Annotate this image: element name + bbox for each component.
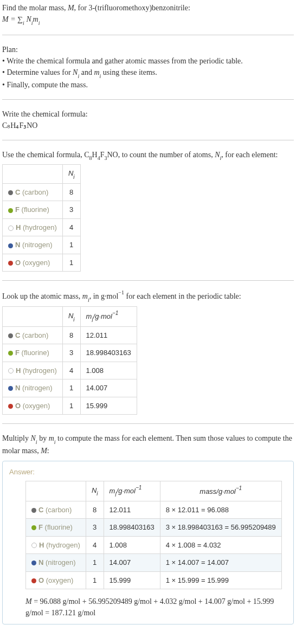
answer-box: Answer: Ni mi/g·mol−1 mass/g·mol−1 C (ca… bbox=[2, 461, 294, 624]
dot-fluorine-icon bbox=[8, 208, 13, 213]
col-empty bbox=[26, 481, 86, 501]
table-row: H (hydrogen)41.008 bbox=[3, 362, 137, 379]
sym: H bbox=[39, 541, 44, 549]
divider bbox=[2, 140, 294, 140]
col-ni: Ni bbox=[86, 481, 104, 501]
formula-header: Write the chemical formula: bbox=[2, 108, 294, 120]
dot-carbon-icon bbox=[8, 190, 13, 195]
mass: mass/g·mol bbox=[200, 487, 235, 495]
table-row: H (hydrogen)4 bbox=[3, 218, 81, 236]
dot-nitrogen-icon bbox=[8, 386, 13, 391]
plan-b2-pre: • Determine values for bbox=[2, 68, 73, 76]
dot-fluorine-icon bbox=[31, 525, 36, 530]
plan-header: Plan: bbox=[2, 44, 294, 55]
calc: 3 × 18.998403163 = 56.995209489 bbox=[160, 519, 281, 537]
elem-f: F (fluorine) bbox=[26, 519, 86, 537]
name: (oxygen) bbox=[21, 259, 50, 267]
m: 18.998403163 bbox=[104, 519, 160, 537]
table-row: N (nitrogen)114.0071 × 14.007 = 14.007 bbox=[26, 554, 282, 572]
nis: i bbox=[96, 491, 98, 497]
unit: /g·mol bbox=[117, 487, 136, 495]
mi: m bbox=[86, 312, 92, 320]
elem-n: N (nitrogen) bbox=[3, 236, 63, 254]
sym: H bbox=[16, 223, 21, 231]
ch-8: 8 bbox=[89, 155, 92, 161]
m: 15.999 bbox=[104, 571, 160, 589]
mul-M: M bbox=[41, 447, 47, 455]
n: 8 bbox=[86, 501, 104, 519]
name: (carbon) bbox=[20, 331, 48, 339]
calc: 1 × 15.999 = 15.999 bbox=[160, 571, 281, 589]
col-ni: Ni bbox=[62, 306, 80, 326]
exp: −1 bbox=[136, 485, 141, 491]
count-header: Use the chemical formula, C8H4F3NO, to c… bbox=[2, 149, 294, 162]
elem-h: H (hydrogen) bbox=[3, 362, 63, 379]
mul-b: by bbox=[37, 434, 49, 442]
count-section: Use the chemical formula, C8H4F3NO, to c… bbox=[2, 149, 294, 272]
table-row: O (oxygen)115.9991 × 15.999 = 15.999 bbox=[26, 571, 282, 589]
table-row: H (hydrogen)41.0084 × 1.008 = 4.032 bbox=[26, 536, 282, 554]
m: 14.007 bbox=[80, 379, 137, 397]
mh-mis: i bbox=[88, 297, 89, 303]
var-M: M bbox=[68, 4, 74, 12]
dot-hydrogen-icon bbox=[8, 226, 14, 231]
eq-sum: = ∑ bbox=[9, 15, 23, 23]
eq-sum-sub: i bbox=[23, 20, 24, 26]
ch-Ni: N bbox=[215, 151, 220, 159]
table-row: F (fluorine)318.9984031633 × 18.99840316… bbox=[26, 519, 282, 537]
name: (carbon) bbox=[20, 188, 48, 196]
name: (hydrogen) bbox=[44, 541, 80, 549]
mh-end: for each element in the periodic table: bbox=[124, 292, 241, 300]
n: 1 bbox=[62, 254, 80, 272]
name: (nitrogen) bbox=[20, 241, 52, 249]
plan-b2-end: using these items. bbox=[101, 68, 157, 76]
name: (nitrogen) bbox=[43, 558, 75, 566]
n: 3 bbox=[62, 344, 80, 362]
elem-c: C (carbon) bbox=[3, 183, 63, 201]
name: (oxygen) bbox=[21, 402, 50, 410]
calc: 1 × 14.007 = 14.007 bbox=[160, 554, 281, 572]
dot-fluorine-icon bbox=[8, 351, 13, 356]
eq-m-sub: i bbox=[38, 20, 40, 26]
dot-hydrogen-icon bbox=[31, 543, 37, 548]
divider bbox=[2, 35, 294, 35]
ni-sub: i bbox=[73, 174, 74, 180]
name: (nitrogen) bbox=[20, 384, 52, 392]
ch-g: NO, to count the number of atoms, bbox=[107, 151, 215, 159]
n: 1 bbox=[62, 236, 80, 254]
formula-section: Write the chemical formula: C₈H₄F₃NO bbox=[2, 108, 294, 131]
chemical-formula: C₈H₄F₃NO bbox=[2, 120, 294, 131]
sym: F bbox=[15, 205, 20, 214]
name: (carbon) bbox=[43, 506, 72, 514]
table-row: Ni mi/g·mol−1 bbox=[3, 306, 137, 326]
elem-o: O (oxygen) bbox=[3, 254, 63, 272]
table-row: Ni mi/g·mol−1 mass/g·mol−1 bbox=[26, 481, 282, 501]
divider bbox=[2, 280, 294, 281]
table-row: F (fluorine)318.998403163 bbox=[3, 344, 137, 362]
table-row: O (oxygen)115.999 bbox=[3, 397, 137, 415]
ch-3: 3 bbox=[104, 155, 107, 161]
n: 3 bbox=[62, 201, 80, 219]
ch-Nis: i bbox=[220, 155, 222, 161]
sym: C bbox=[38, 506, 43, 514]
plan-section: Plan: • Write the chemical formula and g… bbox=[2, 44, 294, 91]
sym: N bbox=[15, 241, 20, 249]
dot-hydrogen-icon bbox=[8, 368, 14, 373]
dot-nitrogen-icon bbox=[8, 243, 13, 248]
molar-mass-equation: M = ∑i Nimi bbox=[2, 14, 294, 26]
final-equation: M = 96.088 g/mol + 56.995209489 g/mol + … bbox=[25, 596, 287, 619]
elem-h: H (hydrogen) bbox=[26, 536, 86, 554]
plan-b2-ms: i bbox=[100, 73, 101, 79]
masses-header: Look up the atomic mass, mi, in g·mol−1 … bbox=[2, 289, 294, 302]
sym: H bbox=[16, 366, 21, 375]
m: 14.007 bbox=[104, 554, 160, 572]
elem-o: O (oxygen) bbox=[26, 571, 86, 589]
ch-4: 4 bbox=[98, 155, 100, 161]
ni-var: N bbox=[68, 169, 73, 177]
dot-oxygen-icon bbox=[8, 404, 13, 409]
ch-H: H bbox=[92, 151, 98, 159]
sym: O bbox=[38, 576, 44, 584]
n: 3 bbox=[86, 519, 104, 537]
name: (oxygen) bbox=[44, 576, 73, 584]
ni: N bbox=[92, 486, 96, 494]
